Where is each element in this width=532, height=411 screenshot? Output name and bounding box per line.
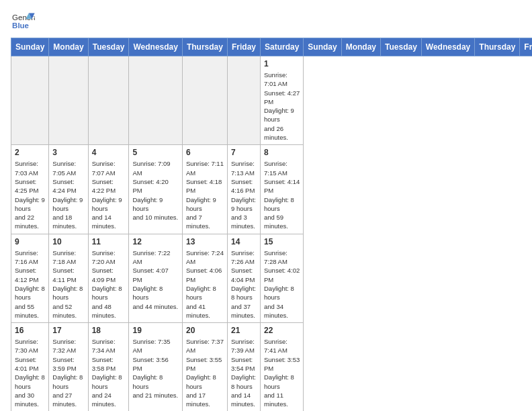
day-info: Sunrise: 7:24 AM Sunset: 4:06 PM Dayligh… <box>186 248 224 320</box>
day-number: 6 <box>186 148 224 157</box>
day-number: 13 <box>186 237 224 246</box>
day-info: Sunrise: 7:15 AM Sunset: 4:14 PM Dayligh… <box>264 159 300 230</box>
day-number: 3 <box>52 148 84 157</box>
day-number: 14 <box>231 237 257 246</box>
calendar-cell: 12Sunrise: 7:22 AM Sunset: 4:07 PM Dayli… <box>129 234 182 322</box>
day-info: Sunrise: 7:35 AM Sunset: 3:56 PM Dayligh… <box>132 337 178 400</box>
day-number: 11 <box>92 237 126 246</box>
day-number: 12 <box>132 237 178 246</box>
calendar-cell: 16Sunrise: 7:30 AM Sunset: 4:01 PM Dayli… <box>11 323 49 411</box>
day-number: 4 <box>92 148 126 157</box>
day-number: 22 <box>264 326 300 335</box>
calendar-cell <box>227 56 260 145</box>
calendar-week-4: 16Sunrise: 7:30 AM Sunset: 4:01 PM Dayli… <box>11 323 533 411</box>
weekday-header-thursday: Thursday <box>475 38 520 56</box>
day-number: 17 <box>52 326 84 335</box>
weekday-header-wednesday: Wednesday <box>421 38 474 56</box>
generalblue-logo-icon: General Blue <box>11 11 35 31</box>
day-info: Sunrise: 7:30 AM Sunset: 4:01 PM Dayligh… <box>15 337 45 408</box>
page-header: General Blue <box>11 11 521 31</box>
day-number: 20 <box>186 326 224 335</box>
day-number: 1 <box>264 59 300 68</box>
weekday-header-thursday: Thursday <box>182 38 227 56</box>
calendar-cell: 15Sunrise: 7:28 AM Sunset: 4:02 PM Dayli… <box>260 234 303 322</box>
day-number: 7 <box>231 148 257 157</box>
day-info: Sunrise: 7:03 AM Sunset: 4:25 PM Dayligh… <box>15 159 45 230</box>
day-info: Sunrise: 7:16 AM Sunset: 4:12 PM Dayligh… <box>15 248 45 320</box>
weekday-header-friday: Friday <box>227 38 260 56</box>
weekday-header-monday: Monday <box>49 38 88 56</box>
day-number: 18 <box>92 326 126 335</box>
calendar-cell <box>129 56 182 145</box>
day-info: Sunrise: 7:05 AM Sunset: 4:24 PM Dayligh… <box>52 159 84 230</box>
calendar-cell: 19Sunrise: 7:35 AM Sunset: 3:56 PM Dayli… <box>129 323 182 411</box>
calendar-cell: 21Sunrise: 7:39 AM Sunset: 3:54 PM Dayli… <box>227 323 260 411</box>
weekday-header-tuesday: Tuesday <box>381 38 422 56</box>
day-info: Sunrise: 7:41 AM Sunset: 3:53 PM Dayligh… <box>264 337 300 408</box>
day-info: Sunrise: 7:28 AM Sunset: 4:02 PM Dayligh… <box>264 248 300 320</box>
weekday-header-monday: Monday <box>341 38 380 56</box>
day-number: 15 <box>264 237 300 246</box>
calendar-cell: 6Sunrise: 7:11 AM Sunset: 4:18 PM Daylig… <box>182 145 227 234</box>
calendar-cell <box>49 56 88 145</box>
day-number: 21 <box>231 326 257 335</box>
calendar-week-3: 9Sunrise: 7:16 AM Sunset: 4:12 PM Daylig… <box>11 234 533 322</box>
day-number: 16 <box>15 326 45 335</box>
day-info: Sunrise: 7:34 AM Sunset: 3:58 PM Dayligh… <box>92 337 126 408</box>
calendar-cell: 11Sunrise: 7:20 AM Sunset: 4:09 PM Dayli… <box>88 234 129 322</box>
calendar-week-2: 2Sunrise: 7:03 AM Sunset: 4:25 PM Daylig… <box>11 145 533 234</box>
day-number: 10 <box>52 237 84 246</box>
calendar-cell: 13Sunrise: 7:24 AM Sunset: 4:06 PM Dayli… <box>182 234 227 322</box>
calendar-cell: 20Sunrise: 7:37 AM Sunset: 3:55 PM Dayli… <box>182 323 227 411</box>
calendar-cell: 14Sunrise: 7:26 AM Sunset: 4:04 PM Dayli… <box>227 234 260 322</box>
day-info: Sunrise: 7:39 AM Sunset: 3:54 PM Dayligh… <box>231 337 257 408</box>
day-info: Sunrise: 7:01 AM Sunset: 4:27 PM Dayligh… <box>264 71 300 142</box>
calendar-cell: 3Sunrise: 7:05 AM Sunset: 4:24 PM Daylig… <box>49 145 88 234</box>
weekday-header-sunday: Sunday <box>304 38 341 56</box>
calendar-cell: 4Sunrise: 7:07 AM Sunset: 4:22 PM Daylig… <box>88 145 129 234</box>
calendar-cell <box>182 56 227 145</box>
day-info: Sunrise: 7:11 AM Sunset: 4:18 PM Dayligh… <box>186 159 224 230</box>
day-info: Sunrise: 7:26 AM Sunset: 4:04 PM Dayligh… <box>231 248 257 320</box>
svg-text:Blue: Blue <box>12 21 29 30</box>
day-info: Sunrise: 7:32 AM Sunset: 3:59 PM Dayligh… <box>52 337 84 408</box>
calendar-cell: 2Sunrise: 7:03 AM Sunset: 4:25 PM Daylig… <box>11 145 49 234</box>
day-info: Sunrise: 7:22 AM Sunset: 4:07 PM Dayligh… <box>132 248 178 311</box>
day-number: 8 <box>264 148 300 157</box>
weekday-header-sunday: Sunday <box>11 38 49 56</box>
day-number: 5 <box>132 148 178 157</box>
calendar-cell: 22Sunrise: 7:41 AM Sunset: 3:53 PM Dayli… <box>260 323 303 411</box>
calendar-cell: 10Sunrise: 7:18 AM Sunset: 4:11 PM Dayli… <box>49 234 88 322</box>
calendar-table: SundayMondayTuesdayWednesdayThursdayFrid… <box>11 38 532 411</box>
calendar-cell: 17Sunrise: 7:32 AM Sunset: 3:59 PM Dayli… <box>49 323 88 411</box>
calendar-cell: 5Sunrise: 7:09 AM Sunset: 4:20 PM Daylig… <box>129 145 182 234</box>
day-info: Sunrise: 7:20 AM Sunset: 4:09 PM Dayligh… <box>92 248 126 320</box>
day-number: 2 <box>15 148 45 157</box>
day-info: Sunrise: 7:37 AM Sunset: 3:55 PM Dayligh… <box>186 337 224 408</box>
weekday-header-tuesday: Tuesday <box>88 38 129 56</box>
calendar-cell: 1Sunrise: 7:01 AM Sunset: 4:27 PM Daylig… <box>260 56 303 145</box>
day-number: 19 <box>132 326 178 335</box>
calendar-cell <box>11 56 49 145</box>
calendar-cell: 9Sunrise: 7:16 AM Sunset: 4:12 PM Daylig… <box>11 234 49 322</box>
day-info: Sunrise: 7:09 AM Sunset: 4:20 PM Dayligh… <box>132 159 178 222</box>
weekday-header-wednesday: Wednesday <box>129 38 182 56</box>
weekday-header-saturday: Saturday <box>260 38 303 56</box>
calendar-cell: 18Sunrise: 7:34 AM Sunset: 3:58 PM Dayli… <box>88 323 129 411</box>
calendar-header-row: SundayMondayTuesdayWednesdayThursdayFrid… <box>11 38 533 56</box>
calendar-week-1: 1Sunrise: 7:01 AM Sunset: 4:27 PM Daylig… <box>11 56 533 145</box>
day-info: Sunrise: 7:18 AM Sunset: 4:11 PM Dayligh… <box>52 248 84 320</box>
calendar-cell <box>88 56 129 145</box>
logo: General Blue <box>11 11 35 31</box>
calendar-cell: 8Sunrise: 7:15 AM Sunset: 4:14 PM Daylig… <box>260 145 303 234</box>
day-info: Sunrise: 7:13 AM Sunset: 4:16 PM Dayligh… <box>231 159 257 230</box>
calendar-cell: 7Sunrise: 7:13 AM Sunset: 4:16 PM Daylig… <box>227 145 260 234</box>
day-info: Sunrise: 7:07 AM Sunset: 4:22 PM Dayligh… <box>92 159 126 230</box>
weekday-header-friday: Friday <box>520 38 532 56</box>
day-number: 9 <box>15 237 45 246</box>
